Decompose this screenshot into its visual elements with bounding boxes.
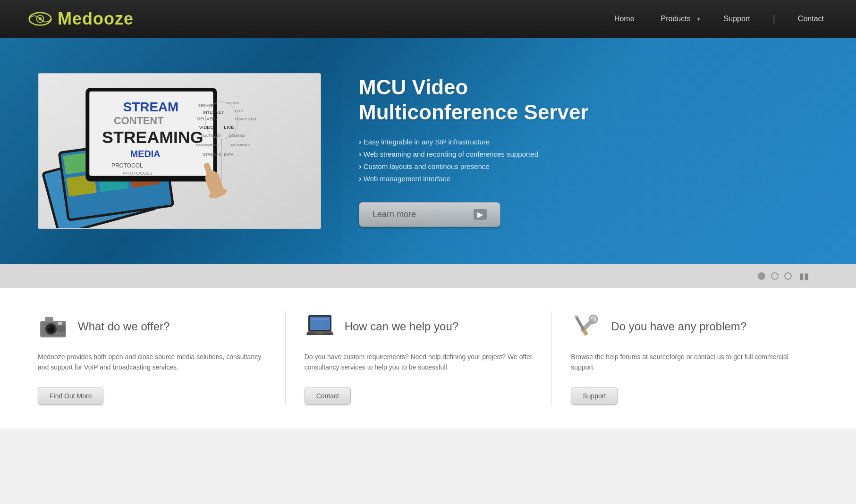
hero-feature-4: Web management interface: [359, 173, 818, 185]
hero-content: MCU VideoMulticonference Server Easy int…: [359, 75, 818, 227]
slider-dot-3[interactable]: [784, 272, 792, 280]
feature-col-offer: What do we offer? Medooze provides both …: [38, 311, 286, 405]
hero-feature-1: Easy integrable in any SIP infrastructur…: [359, 136, 818, 148]
hero-title: MCU VideoMulticonference Server: [359, 75, 818, 125]
hero-graphic: STREAM CONTENT STREAMING MEDIA PROTOCOL …: [39, 73, 320, 229]
nav-home[interactable]: Home: [610, 13, 638, 25]
svg-text:BANDWIDTH: BANDWIDTH: [196, 143, 219, 147]
svg-rect-49: [58, 322, 62, 325]
tools-icon: [571, 311, 602, 342]
hero-image-bg: STREAM CONTENT STREAMING MEDIA PROTOCOL …: [39, 74, 320, 228]
svg-rect-57: [316, 332, 323, 334]
svg-rect-52: [312, 319, 328, 320]
feature-header-help: How can we help you?: [305, 311, 533, 342]
laptop-icon: [305, 311, 335, 342]
support-button[interactable]: Support: [571, 387, 618, 405]
logo-text: Medooze: [58, 9, 134, 29]
svg-text:MULTICAST: MULTICAST: [201, 134, 222, 138]
svg-rect-53: [312, 321, 323, 322]
camera-icon: [38, 311, 68, 342]
main-nav: Home Products ▼ Support | Contact: [610, 13, 828, 25]
feature-desc-problem: Browse the help forums at sourceforge or…: [571, 352, 799, 373]
svg-text:INTERNET: INTERNET: [203, 110, 224, 115]
hero-section: STREAM CONTENT STREAMING MEDIA PROTOCOL …: [0, 38, 856, 264]
nav-divider: |: [773, 14, 775, 25]
svg-text:SERVER: SERVER: [198, 103, 214, 108]
svg-text:USERS: USERS: [226, 101, 239, 105]
svg-text:DELIVERY: DELIVERY: [197, 117, 218, 121]
svg-text:STREAMING: STREAMING: [102, 128, 203, 147]
nav-contact[interactable]: Contact: [794, 13, 828, 25]
nav-support[interactable]: Support: [720, 13, 754, 25]
feature-title-help: How can we help you?: [345, 320, 458, 334]
feature-header-offer: What do we offer?: [38, 311, 266, 342]
feature-title-problem: Do you have any problem?: [611, 320, 746, 334]
hero-image: STREAM CONTENT STREAMING MEDIA PROTOCOL …: [38, 73, 321, 229]
feature-col-help: How can we help you? Do you have custom …: [286, 311, 552, 405]
svg-text:LIVE: LIVE: [224, 125, 234, 130]
feature-desc-offer: Medooze provides both open and close sou…: [38, 352, 266, 373]
svg-text:PROTOCOL: PROTOCOL: [111, 162, 143, 169]
svg-text:NETWORK: NETWORK: [231, 143, 250, 147]
feature-header-problem: Do you have any problem?: [571, 311, 799, 342]
svg-rect-47: [45, 317, 53, 322]
svg-text:HTTP: HTTP: [233, 109, 243, 113]
svg-text:STREAM: STREAM: [123, 100, 178, 114]
learn-more-button[interactable]: Learn more ▶: [359, 202, 500, 227]
learn-more-arrow-icon: ▶: [474, 209, 487, 220]
hero-feature-3: Custom layouts and continous presence: [359, 160, 818, 173]
svg-rect-48: [57, 326, 65, 332]
find-out-more-button[interactable]: Find Out More: [38, 387, 103, 405]
feature-title-offer: What do we offer?: [78, 320, 170, 334]
svg-text:PROTOCOLS: PROTOCOLS: [123, 170, 153, 176]
features-section: What do we offer? Medooze provides both …: [0, 288, 856, 428]
nav-products[interactable]: Products: [657, 13, 695, 25]
products-dropdown-icon: ▼: [696, 17, 701, 22]
nav-products-container: Products ▼: [657, 13, 701, 25]
svg-point-46: [49, 327, 51, 328]
slider-dot-1[interactable]: [758, 272, 765, 280]
svg-rect-54: [312, 324, 326, 325]
feature-col-problem: Do you have any problem? Browse the help…: [552, 311, 818, 405]
slider-controls: ▮▮: [0, 264, 856, 288]
slider-dot-2[interactable]: [771, 272, 779, 280]
learn-more-label: Learn more: [373, 210, 416, 219]
svg-text:MEDIA: MEDIA: [130, 149, 161, 159]
logo-icon: [28, 12, 52, 26]
slider-pause-button[interactable]: ▮▮: [799, 271, 809, 281]
logo-area: Medooze: [28, 9, 134, 29]
contact-button[interactable]: Contact: [305, 387, 351, 405]
svg-text:COMPUTER: COMPUTER: [235, 117, 256, 121]
header: Medooze Home Products ▼ Support | Contac…: [0, 0, 856, 38]
hero-features-list: Easy integrable in any SIP infrastructur…: [359, 136, 818, 185]
svg-rect-55: [312, 326, 321, 327]
svg-text:STREAMS: STREAMS: [203, 152, 221, 157]
hero-feature-2: Web streaming and recording of conferenc…: [359, 148, 818, 160]
feature-desc-help: Do you have custom requirements? Need he…: [305, 352, 533, 373]
svg-text:VIDEO: VIDEO: [199, 125, 214, 130]
svg-text:CONTENT: CONTENT: [114, 115, 164, 126]
svg-text:DEMAND: DEMAND: [229, 134, 245, 138]
svg-text:DATA: DATA: [224, 152, 234, 157]
